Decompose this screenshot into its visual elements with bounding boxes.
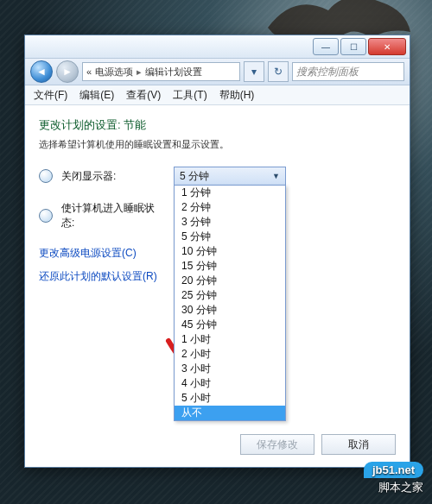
save-button[interactable]: 保存修改	[240, 434, 314, 455]
breadcrumb[interactable]: « 电源选项 ▸ 编辑计划设置	[82, 62, 240, 81]
chevron-right-icon: ▸	[137, 66, 142, 78]
menu-bar: 文件(F) 编辑(E) 查看(V) 工具(T) 帮助(H)	[25, 85, 410, 105]
dropdown-option[interactable]: 从不	[175, 406, 285, 420]
close-button[interactable]: ✕	[368, 38, 406, 55]
row-display-off: 关闭显示器: 5 分钟 ▼ 1 分钟2 分钟3 分钟5 分钟10 分钟15 分钟…	[39, 167, 396, 186]
content-pane: 更改计划的设置: 节能 选择希望计算机使用的睡眠设置和显示设置。 关闭显示器: …	[25, 105, 410, 284]
dropdown-value: 5 分钟	[180, 169, 209, 184]
minimize-button[interactable]: —	[313, 38, 339, 55]
watermark: jb51.net 脚本之家	[364, 462, 423, 495]
search-placeholder: 搜索控制面板	[296, 65, 359, 79]
dropdown-option[interactable]: 2 分钟	[175, 200, 285, 215]
row-label: 关闭显示器:	[61, 169, 165, 184]
menu-help[interactable]: 帮助(H)	[214, 86, 260, 104]
breadcrumb-prefix: «	[86, 66, 92, 77]
nav-toolbar: ◄ ► « 电源选项 ▸ 编辑计划设置 ▾ ↻ 搜索控制面板	[25, 59, 410, 85]
dropdown-option[interactable]: 1 小时	[175, 332, 285, 347]
monitor-icon	[39, 169, 53, 183]
menu-file[interactable]: 文件(F)	[29, 86, 73, 104]
forward-button[interactable]: ►	[56, 60, 79, 83]
footer-buttons: 保存修改 取消	[240, 434, 396, 455]
titlebar: — ☐ ✕	[25, 35, 410, 59]
menu-edit[interactable]: 编辑(E)	[74, 86, 119, 104]
dropdown-option[interactable]: 25 分钟	[175, 288, 285, 303]
dropdown-option[interactable]: 3 小时	[175, 362, 285, 376]
dropdown-options-list: 1 分钟2 分钟3 分钟5 分钟10 分钟15 分钟20 分钟25 分钟30 分…	[174, 185, 286, 421]
refresh-button[interactable]: ↻	[268, 61, 289, 82]
page-title: 更改计划的设置: 节能	[39, 117, 396, 133]
dropdown-option[interactable]: 20 分钟	[175, 274, 285, 288]
dropdown-option[interactable]: 2 小时	[175, 347, 285, 362]
control-panel-window: — ☐ ✕ ◄ ► « 电源选项 ▸ 编辑计划设置 ▾ ↻ 搜索控制面板 文件(…	[24, 35, 410, 468]
dropdown-option[interactable]: 1 分钟	[175, 186, 285, 200]
menu-tools[interactable]: 工具(T)	[168, 86, 212, 104]
dropdown-option[interactable]: 5 分钟	[175, 230, 285, 244]
display-timeout-dropdown[interactable]: 5 分钟 ▼ 1 分钟2 分钟3 分钟5 分钟10 分钟15 分钟20 分钟25…	[174, 167, 286, 186]
menu-view[interactable]: 查看(V)	[121, 86, 166, 104]
dropdown-option[interactable]: 5 小时	[175, 391, 285, 406]
breadcrumb-item[interactable]: 编辑计划设置	[145, 66, 202, 79]
dropdown-option[interactable]: 15 分钟	[175, 259, 285, 274]
dropdown-option[interactable]: 30 分钟	[175, 303, 285, 318]
row-label: 使计算机进入睡眠状态:	[61, 201, 165, 230]
maximize-button[interactable]: ☐	[340, 38, 366, 55]
dropdown-option[interactable]: 4 小时	[175, 376, 285, 391]
chevron-down-icon: ▼	[272, 172, 280, 180]
moon-icon	[39, 209, 53, 223]
dropdown-selected[interactable]: 5 分钟 ▼	[174, 167, 286, 186]
breadcrumb-item[interactable]: 电源选项	[95, 66, 133, 79]
dropdown-option[interactable]: 45 分钟	[175, 318, 285, 332]
page-description: 选择希望计算机使用的睡眠设置和显示设置。	[39, 138, 396, 151]
dropdown-option[interactable]: 3 分钟	[175, 215, 285, 230]
cancel-button[interactable]: 取消	[321, 434, 396, 455]
back-button[interactable]: ◄	[30, 60, 53, 83]
watermark-brand: jb51.net	[364, 462, 423, 478]
watermark-text: 脚本之家	[378, 481, 423, 494]
dropdown-option[interactable]: 10 分钟	[175, 244, 285, 259]
search-input[interactable]: 搜索控制面板	[292, 62, 404, 81]
dropdown-history-button[interactable]: ▾	[244, 61, 264, 82]
